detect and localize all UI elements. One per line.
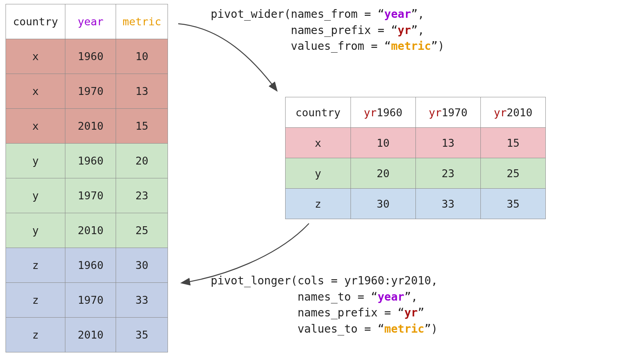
kw-year: year [384,8,411,21]
cell-country: z [6,248,65,283]
cell-value: 30 [351,189,415,219]
cell-country: x [286,128,351,158]
table-row: x 1960 10 [6,39,168,74]
cell-value: 10 [351,128,415,158]
code-text: (cols = yr1960:yr2010, [291,274,438,287]
cell-year: 1970 [65,178,116,213]
cell-metric: 10 [116,39,168,74]
long-header-metric: metric [116,4,168,39]
wide-header-yr1970: yr1970 [415,97,480,128]
code-text: ”) [424,322,438,335]
yr-prefix: yr [364,106,377,119]
yr-year: 1970 [442,106,467,119]
cell-year: 2010 [65,213,116,248]
cell-metric: 30 [116,248,168,283]
code-text: values_from = “ [291,40,391,53]
cell-year: 1960 [65,39,116,74]
code-text: ”) [431,40,444,53]
cell-value: 25 [480,158,545,189]
yr-year: 2010 [507,106,532,119]
wide-header-yr2010: yr2010 [480,97,545,128]
kw-metric: metric [391,40,431,53]
cell-year: 2010 [65,109,116,144]
cell-metric: 13 [116,74,168,109]
cell-metric: 20 [116,144,168,178]
diagram-root: country year metric x 1960 10 x 1970 13 … [0,0,644,354]
fn-name: pivot_wider [211,8,284,21]
wide-header-yr1960: yr1960 [351,97,415,128]
table-row: x 1970 13 [6,74,168,109]
code-text: names_prefix = “ [291,24,398,37]
cell-value: 15 [480,128,545,158]
code-text: ”, [411,8,425,21]
cell-country: z [6,283,65,318]
cell-value: 23 [415,158,480,189]
cell-country: y [6,213,65,248]
cell-value: 33 [415,189,480,219]
cell-country: x [6,74,65,109]
code-text: ”, [411,24,425,37]
table-row: y 20 23 25 [286,158,546,189]
table-row: z 1960 30 [6,248,168,283]
table-row: z 1970 33 [6,283,168,318]
code-pad [211,322,297,335]
long-table-header-row: country year metric [6,4,168,39]
kw-metric: metric [384,322,424,335]
cell-value: 20 [351,158,415,189]
yr-year: 1960 [377,106,402,119]
kw-year: year [377,290,404,303]
code-text: ” [418,306,425,319]
code-text: (names_from = “ [284,8,384,21]
long-header-country: country [6,4,65,39]
cell-metric: 33 [116,283,168,318]
yr-prefix: yr [429,106,442,119]
code-pad [211,24,291,37]
cell-year: 2010 [65,318,116,352]
cell-country: y [286,158,351,189]
cell-metric: 35 [116,318,168,352]
cell-country: z [6,318,65,352]
yr-prefix: yr [494,106,507,119]
cell-country: y [6,178,65,213]
cell-metric: 25 [116,213,168,248]
wide-format-table: country yr1960 yr1970 yr2010 x 10 13 15 … [285,97,546,219]
pivot-wider-code: pivot_wider(names_from = “year”, names_p… [211,6,444,55]
table-row: x 2010 15 [6,109,168,144]
table-row: y 2010 25 [6,213,168,248]
cell-value: 13 [415,128,480,158]
table-row: x 10 13 15 [286,128,546,158]
fn-name: pivot_longer [211,274,291,287]
cell-value: 35 [480,189,545,219]
cell-country: y [6,144,65,178]
code-pad [211,290,297,303]
wide-header-country: country [286,97,351,128]
cell-metric: 15 [116,109,168,144]
table-row: y 1970 23 [6,178,168,213]
table-row: y 1960 20 [6,144,168,178]
code-text: names_prefix = “ [297,306,404,319]
code-pad [211,40,291,53]
cell-country: z [286,189,351,219]
code-text: names_to = “ [297,290,377,303]
cell-metric: 23 [116,178,168,213]
pivot-longer-code: pivot_longer(cols = yr1960:yr2010, names… [211,273,438,337]
code-text: ”, [404,290,418,303]
kw-yr: yr [404,306,418,319]
cell-year: 1970 [65,74,116,109]
long-format-table: country year metric x 1960 10 x 1970 13 … [6,4,168,352]
table-row: z 30 33 35 [286,189,546,219]
kw-yr: yr [398,24,411,37]
cell-year: 1960 [65,144,116,178]
wide-table-header-row: country yr1960 yr1970 yr2010 [286,97,546,128]
long-header-year: year [65,4,116,39]
code-text: values_to = “ [297,322,384,335]
table-row: z 2010 35 [6,318,168,352]
cell-country: x [6,39,65,74]
cell-year: 1970 [65,283,116,318]
cell-year: 1960 [65,248,116,283]
code-pad [211,306,297,319]
cell-country: x [6,109,65,144]
